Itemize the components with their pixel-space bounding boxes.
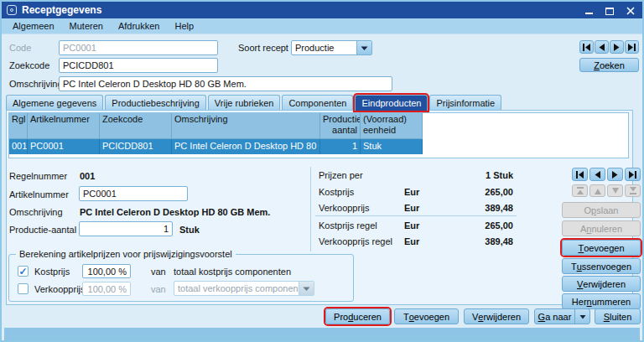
- status-bar: [4, 328, 640, 341]
- produceren-button[interactable]: Produceren: [325, 308, 390, 324]
- zoekcode-input[interactable]: [59, 58, 218, 73]
- tab-prijsinformatie[interactable]: Prijsinformatie: [429, 95, 501, 111]
- soort-recept-select[interactable]: Productie: [291, 40, 372, 55]
- prijzen-per-value: 1 Stuk: [438, 170, 513, 180]
- cell-omschrijving: PC Intel Celeron D Desktop HD 80 GB Mer: [172, 139, 320, 154]
- cell-eenheid: Stuk: [361, 139, 423, 154]
- kostprijs-currency: Eur: [404, 187, 419, 197]
- col-voorraad-eenheid: (Voorraad) eenheid: [361, 113, 423, 139]
- verkoopprijs-currency: Eur: [404, 203, 419, 213]
- prices-separator: [315, 215, 517, 216]
- prijzen-per-label: Prijzen per: [319, 170, 363, 180]
- cell-productie-aantal: 1: [320, 139, 361, 154]
- tab-productiebeschrijving[interactable]: Productiebeschrijving: [105, 95, 206, 111]
- verkoopprijs-checkbox[interactable]: ✓: [18, 283, 29, 294]
- move-top-icon[interactable]: [572, 184, 588, 197]
- kostprijs-source-label: totaal kostprijs componenten: [174, 267, 291, 277]
- detail-artikelnummer-label: Artikelnummer: [9, 189, 69, 200]
- verkoopprijs-regel-currency: Eur: [404, 236, 419, 246]
- cell-rgl: 001: [9, 139, 28, 154]
- annuleren-button[interactable]: Annuleren: [562, 220, 641, 236]
- berekening-legend: Berekening artikelprijzen voor prijswijz…: [16, 249, 236, 259]
- kostprijs-percent-input[interactable]: [82, 264, 131, 278]
- col-rgl: Rgl: [9, 113, 28, 139]
- detail-omschrijving-value: PC Intel Celeron D Desktop HD 80 GB Mem.: [80, 207, 270, 217]
- opslaan-button[interactable]: Opslaan: [562, 202, 641, 218]
- row-previous-button[interactable]: [589, 168, 605, 181]
- berekening-fieldset: Berekening artikelprijzen voor prijswijz…: [8, 254, 354, 302]
- verkoopprijs-regel-value: 389,48: [438, 236, 513, 246]
- minimize-icon[interactable]: [584, 5, 594, 15]
- col-productie-aantal: Productie- aantal: [320, 113, 361, 139]
- code-label: Code: [9, 43, 31, 53]
- prices-divider: [310, 167, 311, 251]
- productie-aantal-label: Productie-aantal: [9, 225, 76, 235]
- tab-eindproducten[interactable]: Eindproducten: [355, 95, 428, 111]
- zoekcode-label: Zoekcode: [9, 60, 49, 70]
- tab-vrije-rubrieken[interactable]: Vrije rubrieken: [208, 95, 281, 111]
- ga-naar-label: Ga naar: [535, 309, 574, 324]
- verwijderen-side-button[interactable]: Verwijderen: [562, 276, 641, 292]
- soort-recept-value: Productie: [292, 41, 356, 54]
- code-input[interactable]: [59, 40, 218, 55]
- tussenvoegen-button[interactable]: Tussenvoegen: [562, 258, 641, 274]
- sluiten-button[interactable]: Sluiten: [595, 308, 641, 324]
- window-title: Receptgegevens: [22, 4, 101, 16]
- menu-muteren[interactable]: Muteren: [62, 19, 111, 33]
- grid-header: Rgl Artikelnummer Zoekcode Omschrijving …: [9, 113, 628, 139]
- menu-help[interactable]: Help: [167, 19, 201, 33]
- verkoopprijs-percent-input[interactable]: [82, 282, 131, 296]
- move-bottom-icon[interactable]: [625, 184, 641, 197]
- kostprijs-value: 265,00: [438, 187, 513, 197]
- first-record-button[interactable]: [579, 40, 594, 54]
- verkoopprijs-value: 389,48: [438, 203, 513, 213]
- toevoegen-bottom-button[interactable]: Toevoegen: [394, 308, 459, 324]
- move-down-icon[interactable]: [607, 184, 623, 197]
- kostprijs-van-label: van: [151, 267, 166, 277]
- regelnummer-value: 001: [80, 171, 95, 181]
- kostprijs-regel-label: Kostprijs regel: [319, 220, 377, 231]
- tab-strip: Algemene gegevens Productiebeschrijving …: [6, 94, 503, 111]
- next-record-button[interactable]: [610, 40, 624, 54]
- eenheid-text: Stuk: [179, 225, 200, 235]
- omschrijving-input[interactable]: [59, 76, 392, 91]
- zoeken-button[interactable]: Zoeken: [579, 58, 639, 72]
- verkoopprijs-source-select[interactable]: totaal verkoopprijs componenten: [174, 281, 314, 296]
- kostprijs-regel-value: 265,00: [438, 220, 513, 231]
- col-artikelnummer: Artikelnummer: [28, 113, 100, 139]
- close-icon[interactable]: [626, 5, 636, 15]
- cell-artikelnummer: PC0001: [28, 139, 100, 154]
- move-up-icon[interactable]: [589, 184, 605, 197]
- row-last-button[interactable]: [625, 168, 641, 181]
- chevron-down-icon[interactable]: [299, 282, 314, 295]
- detail-omschrijving-label: Omschrijving: [9, 207, 63, 217]
- maximize-icon[interactable]: [605, 5, 615, 15]
- hernummeren-button[interactable]: Hernummeren: [562, 293, 641, 309]
- toevoegen-side-button[interactable]: Toevoegen: [562, 240, 641, 256]
- row-next-button[interactable]: [607, 168, 623, 181]
- tab-algemene-gegevens[interactable]: Algemene gegevens: [6, 95, 103, 111]
- kostprijs-checkbox[interactable]: ✓: [18, 266, 29, 277]
- ga-naar-button[interactable]: Ga naar: [534, 308, 590, 324]
- verkoopprijs-regel-label: Verkoopprijs regel: [319, 236, 392, 246]
- verkoopprijs-source-value: totaal verkoopprijs componenten: [174, 282, 299, 295]
- regelnummer-label: Regelnummer: [9, 171, 67, 181]
- menu-afdrukken[interactable]: Afdrukken: [111, 19, 168, 33]
- chevron-down-icon[interactable]: [575, 309, 589, 324]
- soort-recept-label: Soort recept: [238, 43, 288, 53]
- eindproducten-grid: Rgl Artikelnummer Zoekcode Omschrijving …: [8, 112, 629, 158]
- detail-artikelnummer-input[interactable]: [79, 186, 188, 201]
- grid-row-selected[interactable]: 001 PC0001 PCICDD801 PC Intel Celeron D …: [9, 139, 628, 154]
- menu-algemeen[interactable]: Algemeen: [5, 19, 62, 33]
- tab-componenten[interactable]: Componenten: [282, 95, 353, 111]
- verwijderen-bottom-button[interactable]: Verwijderen: [464, 308, 529, 324]
- verkoopprijs-checkbox-label: Verkoopprijs: [34, 284, 86, 294]
- chevron-down-icon[interactable]: [356, 41, 371, 54]
- previous-record-button[interactable]: [595, 40, 609, 54]
- col-omschrijving: Omschrijving: [172, 113, 320, 139]
- last-record-button[interactable]: [625, 40, 639, 54]
- row-first-button[interactable]: [572, 168, 588, 181]
- menu-bar: Algemeen Muteren Afdrukken Help: [2, 18, 642, 34]
- productie-aantal-input[interactable]: [79, 221, 173, 236]
- title-bar: Receptgegevens: [2, 2, 642, 18]
